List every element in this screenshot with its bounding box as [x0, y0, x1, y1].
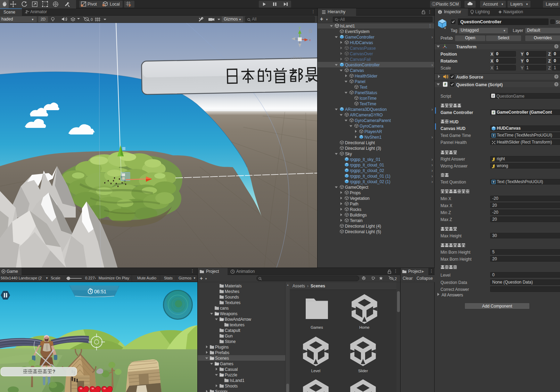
svg-text:Games: Games — [311, 325, 323, 329]
svg-text:?: ? — [555, 83, 558, 86]
svg-text:#: # — [492, 94, 494, 98]
svg-text:Slider: Slider — [358, 369, 368, 373]
svg-text:06:51: 06:51 — [94, 289, 106, 294]
svg-text:y: y — [299, 26, 301, 30]
svg-text:#: # — [493, 111, 494, 114]
svg-text:T: T — [493, 134, 495, 137]
svg-text:Pivot: Pivot — [88, 2, 97, 7]
svg-text:T: T — [493, 180, 495, 184]
svg-text:x: x — [309, 38, 311, 42]
svg-text:Local: Local — [110, 2, 120, 7]
svg-text:Level: Level — [311, 369, 320, 373]
svg-text:?: ? — [555, 75, 558, 79]
svg-text:#: # — [444, 82, 446, 86]
svg-text:0: 0 — [91, 17, 93, 22]
svg-text:≤ Persp: ≤ Persp — [290, 56, 303, 60]
svg-text:?: ? — [555, 45, 558, 48]
svg-text:2: 2 — [395, 277, 397, 281]
svg-text:Home: Home — [359, 325, 369, 329]
